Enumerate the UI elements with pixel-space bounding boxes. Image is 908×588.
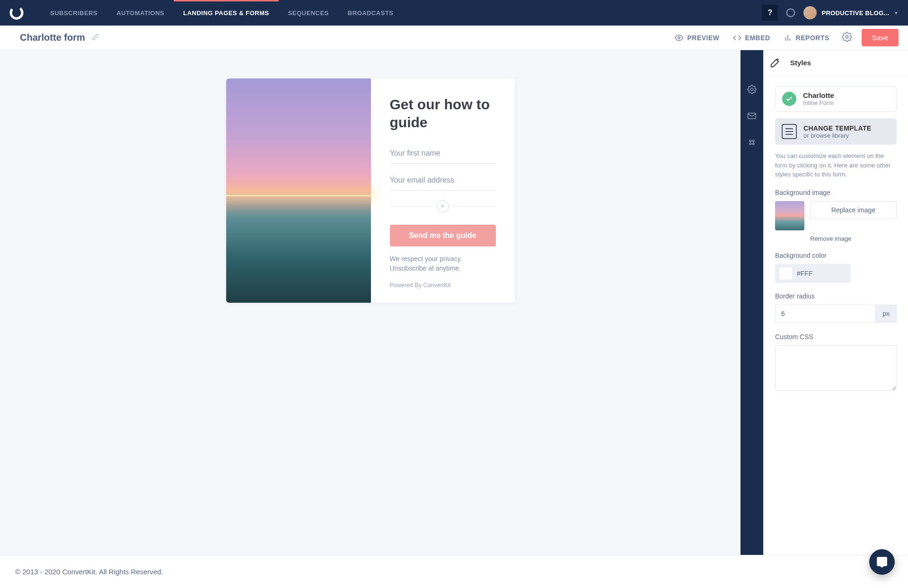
svg-point-11 [749,143,751,145]
border-radius-input[interactable] [775,305,876,323]
email-input[interactable] [390,170,496,191]
bg-image-label: Background image [775,189,897,196]
bg-color-value: #FFF [797,270,812,277]
add-field-row: + [390,200,496,212]
svg-point-10 [753,140,754,141]
panel-header: Styles [764,50,908,76]
form-background-image[interactable] [226,79,371,303]
current-template-card: Charlotte Inline Form [775,86,897,112]
border-radius-unit: px [876,305,897,323]
top-nav: SUBSCRIBERS AUTOMATIONS LANDING PAGES & … [0,0,908,26]
bg-image-thumbnail[interactable] [775,201,804,230]
styles-panel: Styles Charlotte Inline Form CHANGE TEMP… [763,50,908,555]
copyright: © 2013 - 2020 ConvertKit. All Rights Res… [15,568,163,576]
edit-name-icon[interactable] [92,33,99,43]
nav-right: ? PRODUCTIVE BLOG... ▼ [762,5,899,21]
preview-label: PREVIEW [687,34,719,42]
custom-css-input[interactable] [775,345,897,391]
svg-point-0 [9,6,24,20]
change-template-label: CHANGE TEMPLATE [803,124,871,132]
svg-point-1 [787,9,795,17]
svg-point-7 [751,88,753,91]
preview-button[interactable]: PREVIEW [668,34,726,42]
panel-help-text: You can customize each element on the fo… [775,151,897,179]
template-icon [782,124,797,139]
nav-subscribers[interactable]: SUBSCRIBERS [41,0,107,26]
border-radius-label: Border radius [775,292,897,300]
logo[interactable] [9,6,24,20]
form-heading[interactable]: Get our how to guide [390,96,496,131]
powered-by[interactable]: Powered By ConvertKit [390,282,496,289]
nav-landing-pages[interactable]: LANDING PAGES & FORMS [174,0,278,26]
reports-label: REPORTS [796,34,829,42]
form-preview[interactable]: Get our how to guide + Send me the guide… [226,79,515,303]
svg-point-12 [753,143,754,145]
user-menu[interactable]: PRODUCTIVE BLOG... ▼ [803,6,899,19]
side-tab-email[interactable] [747,111,757,121]
change-template-button[interactable]: CHANGE TEMPLATE or browse library [775,118,897,145]
submit-button[interactable]: Send me the guide [390,225,496,246]
custom-css-label: Custom CSS [775,333,897,341]
help-button[interactable]: ? [762,5,778,21]
remove-image-link[interactable]: Remove image [810,235,851,242]
form-content: Get our how to guide + Send me the guide… [371,79,515,303]
privacy-text[interactable]: We respect your privacy. Unsubscribe at … [390,254,496,273]
avatar [803,6,817,19]
wand-icon [769,57,781,69]
editor-side-tabs [741,50,763,555]
first-name-input[interactable] [390,143,496,164]
save-button[interactable]: Save [862,29,899,46]
check-icon [782,92,796,106]
svg-point-2 [678,36,680,39]
side-tab-advanced[interactable] [747,137,757,148]
chevron-down-icon: ▼ [894,10,899,16]
replace-image-button[interactable]: Replace image [810,201,897,219]
form-name[interactable]: Charlotte form [20,32,85,43]
color-swatch [780,267,792,280]
user-name-label: PRODUCTIVE BLOG... [821,9,889,17]
nav-broadcasts[interactable]: BROADCASTS [338,0,403,26]
svg-point-6 [846,35,848,38]
canvas: Get our how to guide + Send me the guide… [0,50,741,555]
embed-button[interactable]: EMBED [726,34,777,42]
panel-title: Styles [790,59,811,67]
embed-label: EMBED [745,34,770,42]
browse-library-label: or browse library [803,132,871,139]
notifications-button[interactable] [784,6,798,20]
add-field-button[interactable]: + [437,200,449,212]
bg-color-picker[interactable]: #FFF [775,264,851,283]
bg-color-label: Background color [775,252,897,259]
template-type: Inline Form [803,99,834,106]
footer: © 2013 - 2020 ConvertKit. All Rights Res… [0,555,908,588]
nav-sequences[interactable]: SEQUENCES [279,0,338,26]
nav-links: SUBSCRIBERS AUTOMATIONS LANDING PAGES & … [41,0,762,26]
secondary-bar: Charlotte form PREVIEW EMBED REPORTS Sav… [0,26,908,50]
reports-button[interactable]: REPORTS [777,34,836,42]
nav-automations[interactable]: AUTOMATIONS [107,0,174,26]
template-name: Charlotte [803,91,834,99]
settings-button[interactable] [836,32,858,44]
svg-point-9 [749,140,751,141]
side-tab-general[interactable] [747,84,757,95]
chat-widget[interactable] [869,549,895,575]
